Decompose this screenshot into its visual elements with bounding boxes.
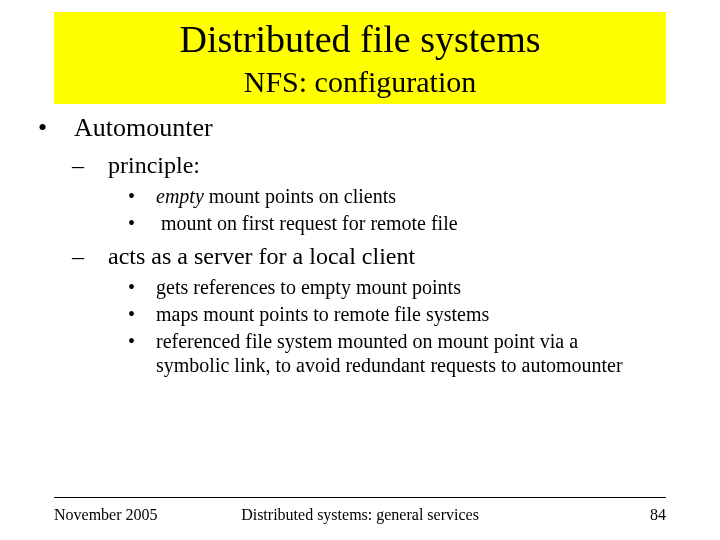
bullet-text: Automounter <box>74 113 213 142</box>
dot-icon: • <box>142 302 156 326</box>
bullet-text: mount on first request for remote file <box>156 212 458 234</box>
bullet-level2: –acts as a server for a local client <box>108 241 664 271</box>
bullet-level2: –principle: <box>108 150 664 180</box>
slide-footer: November 2005 Distributed systems: gener… <box>54 506 666 524</box>
bullet-text: mount points on clients <box>204 185 396 207</box>
bullet-level3: •maps mount points to remote file system… <box>156 302 664 326</box>
slide-title: Distributed file systems <box>54 18 666 62</box>
bullet-icon: • <box>56 112 74 145</box>
dot-icon: • <box>142 184 156 208</box>
bullet-level3: •empty mount points on clients <box>156 184 664 208</box>
bullet-text: principle: <box>108 152 200 178</box>
dash-icon: – <box>90 241 108 271</box>
slide-subtitle: NFS: configuration <box>54 64 666 100</box>
bullet-level3: • mount on first request for remote file <box>156 211 664 235</box>
dot-icon: • <box>142 211 156 235</box>
bullet-text: acts as a server for a local client <box>108 243 415 269</box>
bullet-text: maps mount points to remote file systems <box>156 303 489 325</box>
bullet-level1: •Automounter <box>74 112 664 145</box>
dot-icon: • <box>142 329 156 353</box>
bullet-level3: •referenced file system mounted on mount… <box>156 329 664 377</box>
bullet-level3: •gets references to empty mount points <box>156 275 664 299</box>
dash-icon: – <box>90 150 108 180</box>
footer-date: November 2005 <box>54 506 158 524</box>
slide-body: •Automounter –principle: •empty mount po… <box>56 112 664 378</box>
page-number: 84 <box>650 506 666 524</box>
dot-icon: • <box>142 275 156 299</box>
emphasis: empty <box>156 185 204 207</box>
bullet-text: gets references to empty mount points <box>156 276 461 298</box>
bullet-text: referenced file system mounted on mount … <box>156 330 623 376</box>
title-block: Distributed file systems NFS: configurat… <box>54 12 666 104</box>
footer-divider <box>54 497 666 498</box>
